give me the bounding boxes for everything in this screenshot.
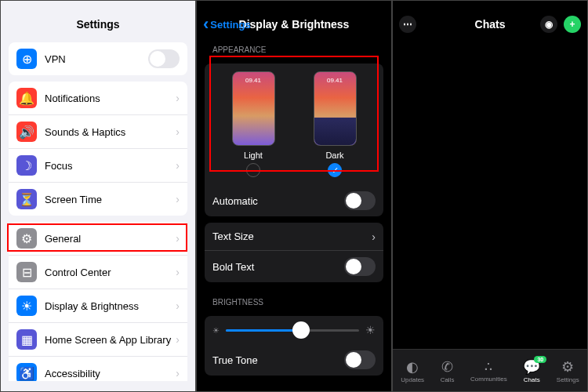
chats-icon: 💬30 bbox=[523, 358, 540, 376]
row-icon: ☀ bbox=[16, 296, 37, 316]
brightness-slider[interactable]: ☀ ☀ bbox=[205, 316, 383, 344]
chevron-icon: › bbox=[176, 193, 180, 205]
settings-icon: ⚙ bbox=[557, 358, 579, 376]
sun-large-icon: ☀ bbox=[365, 324, 376, 336]
tab-label: Chats bbox=[524, 376, 540, 383]
tab-calls[interactable]: ✆Calls bbox=[441, 358, 455, 383]
brightness-group: ☀ ☀ True Tone bbox=[205, 316, 383, 376]
chevron-icon: › bbox=[176, 299, 180, 312]
tab-updates[interactable]: ◐Updates bbox=[401, 358, 424, 383]
settings-screen: Settings ⊕ VPN 🔔Notifications›🔊Sounds & … bbox=[0, 0, 196, 392]
dark-label: Dark bbox=[325, 151, 343, 160]
chevron-icon: › bbox=[372, 230, 376, 243]
back-button[interactable]: Settings bbox=[203, 14, 251, 34]
text-group: Text Size › Bold Text bbox=[205, 223, 383, 282]
row-label: Screen Time bbox=[45, 194, 176, 205]
row-label: General bbox=[45, 233, 176, 245]
row-focus[interactable]: ☽Focus› bbox=[9, 149, 187, 183]
vpn-label: VPN bbox=[45, 53, 148, 65]
tab-communities[interactable]: ⛬Communities bbox=[470, 358, 507, 383]
chevron-icon: › bbox=[176, 159, 180, 172]
chevron-icon: › bbox=[176, 232, 180, 245]
header: Settings Display & Brightness bbox=[197, 13, 391, 36]
row-display-brightness[interactable]: ☀Display & Brightness› bbox=[9, 289, 187, 323]
title: Chats bbox=[475, 18, 506, 31]
slider-thumb[interactable] bbox=[292, 321, 310, 339]
row-label: Control Center bbox=[45, 267, 176, 278]
row-notifications[interactable]: 🔔Notifications› bbox=[9, 82, 187, 115]
group-vpn: ⊕ VPN bbox=[9, 42, 187, 75]
row-screen-time[interactable]: ⏳Screen Time› bbox=[9, 183, 187, 216]
updates-icon: ◐ bbox=[401, 358, 424, 376]
truetone-toggle[interactable] bbox=[344, 350, 376, 369]
row-label: Home Screen & App Library bbox=[45, 334, 176, 346]
bold-label: Bold Text bbox=[212, 261, 344, 273]
textsize-label: Text Size bbox=[212, 230, 372, 242]
tab-label: Communities bbox=[470, 376, 507, 383]
mode-dark[interactable]: Dark bbox=[314, 71, 357, 177]
chevron-icon: › bbox=[176, 92, 180, 104]
tab-label: Settings bbox=[557, 376, 579, 383]
row-label: Accessibility bbox=[45, 368, 176, 379]
row-label: Notifications bbox=[45, 93, 176, 104]
truetone-label: True Tone bbox=[212, 354, 344, 366]
more-button[interactable]: ⋯ bbox=[399, 16, 416, 33]
dark-radio[interactable] bbox=[328, 163, 342, 177]
row-icon: ⏳ bbox=[16, 189, 37, 209]
chevron-icon: › bbox=[176, 266, 180, 278]
row-bold[interactable]: Bold Text bbox=[205, 251, 383, 282]
title: Display & Brightness bbox=[239, 18, 350, 31]
tab-label: Updates bbox=[401, 376, 424, 383]
status-bar bbox=[1, 1, 195, 13]
light-preview bbox=[232, 71, 275, 146]
row-truetone[interactable]: True Tone bbox=[205, 344, 383, 376]
dark-preview bbox=[314, 71, 357, 146]
row-automatic[interactable]: Automatic bbox=[205, 185, 383, 216]
light-radio[interactable] bbox=[246, 163, 260, 177]
row-vpn[interactable]: ⊕ VPN bbox=[9, 42, 187, 75]
sun-small-icon: ☀ bbox=[212, 326, 220, 335]
tab-label: Calls bbox=[441, 376, 455, 383]
appearance-group: Light Dark Automatic bbox=[205, 64, 383, 216]
row-general[interactable]: ⚙General› bbox=[9, 222, 187, 256]
compose-button[interactable]: + bbox=[564, 16, 581, 33]
chevron-icon: › bbox=[176, 367, 180, 379]
chats-badge: 30 bbox=[534, 356, 546, 363]
vpn-toggle[interactable] bbox=[148, 49, 180, 68]
row-label: Focus bbox=[45, 160, 176, 172]
row-icon: ♿ bbox=[16, 363, 37, 381]
row-label: Sounds & Haptics bbox=[45, 126, 176, 138]
communities-icon: ⛬ bbox=[470, 358, 507, 375]
bold-toggle[interactable] bbox=[344, 257, 376, 276]
display-brightness-screen: Settings Display & Brightness APPEARANCE… bbox=[196, 0, 392, 392]
row-icon: ⊟ bbox=[16, 262, 37, 282]
chevron-icon: › bbox=[176, 125, 180, 138]
appearance-header: APPEARANCE bbox=[197, 36, 391, 57]
automatic-label: Automatic bbox=[212, 195, 344, 207]
brightness-header: BRIGHTNESS bbox=[197, 289, 391, 310]
row-accessibility[interactable]: ♿Accessibility› bbox=[9, 357, 187, 381]
chats-screen: ⋯ Chats ◉ + ◐Updates ✆Calls ⛬Communities… bbox=[392, 0, 588, 392]
row-icon: 🔊 bbox=[16, 122, 37, 142]
row-home-screen-app-library[interactable]: ▦Home Screen & App Library› bbox=[9, 323, 187, 357]
row-textsize[interactable]: Text Size › bbox=[205, 223, 383, 251]
row-icon: ☽ bbox=[16, 155, 37, 176]
camera-button[interactable]: ◉ bbox=[540, 16, 557, 33]
row-control-center[interactable]: ⊟Control Center› bbox=[9, 256, 187, 289]
mode-light[interactable]: Light bbox=[232, 71, 275, 177]
calls-icon: ✆ bbox=[441, 358, 455, 376]
tab-settings[interactable]: ⚙Settings bbox=[557, 358, 579, 383]
status-bar bbox=[393, 1, 587, 13]
tab-chats[interactable]: 💬30Chats bbox=[523, 358, 540, 383]
row-sounds-haptics[interactable]: 🔊Sounds & Haptics› bbox=[9, 115, 187, 149]
row-icon: 🔔 bbox=[16, 88, 37, 108]
row-label: Display & Brightness bbox=[45, 300, 176, 312]
title: Settings bbox=[76, 18, 119, 31]
automatic-toggle[interactable] bbox=[344, 191, 376, 210]
group-notifications: 🔔Notifications›🔊Sounds & Haptics›☽Focus›… bbox=[9, 82, 187, 216]
group-general: ⚙General›⊟Control Center›☀Display & Brig… bbox=[9, 222, 187, 381]
header: ⋯ Chats ◉ + bbox=[393, 13, 587, 36]
vpn-icon: ⊕ bbox=[16, 49, 37, 69]
light-label: Light bbox=[244, 151, 263, 160]
tab-bar: ◐Updates ✆Calls ⛬Communities 💬30Chats ⚙S… bbox=[393, 349, 587, 391]
